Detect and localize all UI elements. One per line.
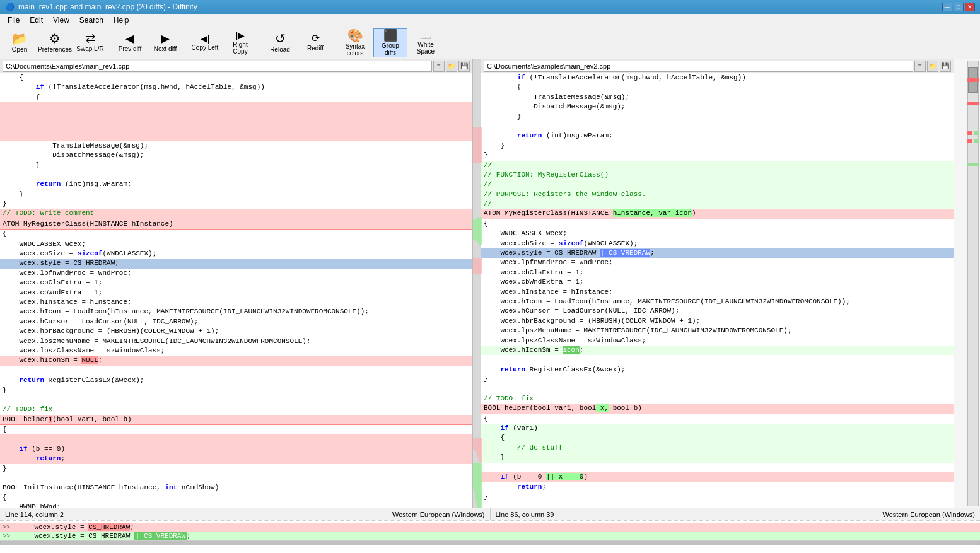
preview-scroll[interactable]	[0, 540, 980, 545]
left-file-path[interactable]	[3, 61, 432, 72]
reload-button[interactable]: ↺ Reload	[263, 28, 297, 57]
right-line	[481, 385, 954, 394]
right-line-if: if (var1)	[481, 424, 954, 433]
left-line: {	[0, 493, 472, 503]
left-line: return (int)msg.wParam;	[0, 180, 472, 189]
left-status: Line 114, column 2 Western European (Win…	[0, 511, 490, 518]
left-save-button[interactable]: 💾	[458, 61, 470, 72]
right-file-path[interactable]	[484, 61, 913, 72]
toolbar-separator-1	[110, 30, 110, 55]
menu-search[interactable]: Search	[74, 15, 108, 26]
main-area: ≡ 📁 💾 { if (!TranslateAccelerator(msg.hw…	[0, 59, 980, 553]
left-list-button[interactable]: ≡	[433, 61, 445, 72]
preferences-button[interactable]: ⚙ Preferences	[38, 28, 72, 57]
menu-help[interactable]: Help	[108, 15, 134, 26]
minimap-marker-green	[967, 163, 979, 166]
right-line: wcex.hCursor = LoadCursor(NULL, IDC_ARRO…	[481, 306, 954, 316]
left-line-del	[0, 122, 472, 131]
toolbar-separator-4	[335, 30, 335, 55]
right-line: TranslateMessage(&msg);	[481, 93, 954, 102]
left-folder-button[interactable]: 📁	[446, 61, 457, 72]
right-line: DispatchMessage(&msg);	[481, 102, 954, 112]
right-line: WNDCLASSEX wcex;	[481, 229, 954, 238]
syntax-colors-label: Syntax colors	[340, 43, 370, 57]
left-line-del	[0, 102, 472, 112]
right-list-button[interactable]: ≡	[914, 61, 926, 72]
status-bar: Line 114, column 2 Western European (Win…	[0, 508, 980, 520]
right-line-selected: wcex.style = CS_HREDRAW | CS_VREDRAW;	[481, 248, 954, 258]
right-save-button[interactable]: 💾	[940, 61, 951, 72]
minimap-marker-red-1	[967, 78, 979, 82]
right-line: }	[481, 151, 954, 160]
preferences-label: Preferences	[38, 46, 72, 53]
left-line-func: ATOM MyRegisterClass(HINSTANCE hInstance…	[0, 219, 472, 230]
left-line: wcex.cbWndExtra = 1;	[0, 288, 472, 298]
swap-button[interactable]: ⇄ Swap L/R	[73, 28, 107, 57]
syntax-colors-icon: 🎨	[347, 29, 363, 42]
right-line: wcex.cbWndExtra = 1;	[481, 277, 954, 287]
next-diff-icon: ▶	[161, 33, 170, 44]
left-line: wcex.cbClsExtra = 1;	[0, 278, 472, 288]
maximize-button[interactable]: □	[954, 3, 964, 11]
right-line: return RegisterClassEx(&wcex);	[481, 365, 954, 375]
right-code-area[interactable]: if (!TranslateAccelerator(msg.hwnd, hAcc…	[481, 73, 954, 508]
right-code-content: if (!TranslateAccelerator(msg.hwnd, hAcc…	[481, 73, 954, 502]
left-line: wcex.hCursor = LoadCursor(NULL, IDC_ARRO…	[0, 317, 472, 327]
group-diffs-button[interactable]: ⬛ Group diffs	[373, 28, 407, 57]
left-line	[0, 474, 472, 483]
left-line: }	[0, 199, 472, 209]
left-line: wcex.hbrBackground = (HBRUSH)(COLOR_WIND…	[0, 327, 472, 336]
minimize-button[interactable]: —	[942, 3, 952, 11]
swap-label: Swap L/R	[76, 45, 103, 52]
copy-left-button[interactable]: ◀| Copy Left	[188, 28, 222, 57]
right-line: {	[481, 219, 954, 229]
menu-view[interactable]: View	[48, 15, 74, 26]
right-line-brace: {	[481, 433, 954, 443]
left-line-empty3: return;	[0, 454, 472, 463]
toolbar-separator-3	[260, 30, 260, 55]
whitespace-label: White Space	[411, 41, 441, 55]
right-line: }	[481, 492, 954, 502]
right-folder-button[interactable]: 📁	[927, 61, 938, 72]
left-line: return RegisterClassEx(&wcex);	[0, 376, 472, 385]
next-diff-button[interactable]: ▶ Next diff	[148, 28, 182, 57]
right-line: return (int)msg.wParam;	[481, 131, 954, 141]
left-line: {	[0, 73, 472, 83]
whitespace-icon: ⎵⎵	[421, 31, 431, 40]
right-pane: ≡ 📁 💾 if (!TranslateAccelerator(msg.hwnd…	[481, 59, 954, 508]
title-text: 🔵 main_rev1.cpp and main_rev2.cpp (20 di…	[5, 3, 197, 11]
preview-content-2: wcex.style = CS_HREDRAW | CS_VREDRAW;	[18, 532, 191, 540]
copy-right-label: Right Copy	[225, 41, 255, 55]
close-button[interactable]: ✕	[965, 3, 975, 11]
left-line: wcex.lpfnWndProc = WndProc;	[0, 269, 472, 278]
right-line	[481, 463, 954, 472]
right-line: wcex.lpszMenuName = MAKEINTRESOURCE(IDC_…	[481, 326, 954, 335]
left-code-area[interactable]: { if (!TranslateAccelerator(msg.hwnd, hA…	[0, 73, 472, 508]
left-line-empty	[0, 434, 472, 444]
minimap-marker-red-2	[967, 102, 979, 105]
right-line: wcex.hInstance = hInstance;	[481, 288, 954, 297]
left-line: {	[0, 425, 472, 434]
right-line-comment: //	[481, 161, 954, 170]
right-line: }	[481, 112, 954, 122]
prev-diff-button[interactable]: ◀ Prev diff	[113, 28, 147, 57]
whitespace-button[interactable]: ⎵⎵ White Space	[409, 28, 443, 57]
right-status: Line 86, column 39 Western European (Win…	[491, 511, 981, 518]
left-line: DispatchMessage(&msg);	[0, 151, 472, 160]
open-button[interactable]: 📂 Open	[3, 28, 37, 57]
rediff-button[interactable]: ⟳ Rediff	[298, 28, 332, 57]
left-line: }	[0, 464, 472, 474]
left-line-helper: BOOL helper1(bool var1, bool b)	[0, 415, 472, 425]
menu-file[interactable]: File	[3, 15, 25, 26]
menu-edit[interactable]: Edit	[25, 15, 48, 26]
left-line: HWND hWnd;	[0, 503, 472, 508]
pane-splitter[interactable]	[472, 59, 481, 508]
right-line-icon: wcex.hIconSm = icon;	[481, 346, 954, 355]
right-encoding: Western European (Windows)	[882, 511, 975, 518]
syntax-colors-button[interactable]: 🎨 Syntax colors	[338, 28, 372, 57]
left-line: BOOL InitInstance(HINSTANCE hInstance, i…	[0, 483, 472, 492]
copy-right-button[interactable]: |▶ Right Copy	[223, 28, 257, 57]
prev-diff-icon: ◀	[125, 33, 134, 44]
minimap-marker-pair-2	[967, 139, 979, 143]
left-line-selected: wcex.style = CS_HREDRAW;	[0, 259, 472, 268]
